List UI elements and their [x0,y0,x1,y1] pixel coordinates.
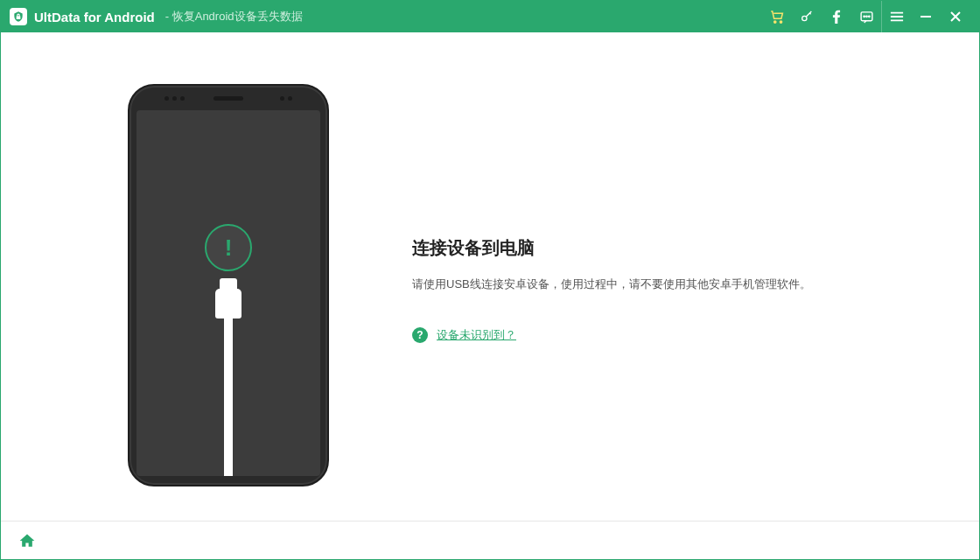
svg-point-4 [863,16,864,17]
svg-point-2 [802,16,807,20]
svg-point-1 [780,21,781,23]
phone-illustration: ! [128,84,329,486]
svg-point-5 [865,16,866,17]
app-title: UltData for Android [34,10,155,24]
home-button[interactable] [15,528,39,553]
minimize-button[interactable] [911,1,941,32]
home-icon [18,532,36,550]
phone-screen: ! [136,110,320,476]
usb-cable-icon [215,278,242,476]
app-window: UltData for Android - 恢复Android设备丢失数据 [0,0,980,560]
cart-button[interactable] [762,1,792,32]
feedback-button[interactable] [851,1,881,32]
device-illustration-column: ! [53,84,403,486]
footer [1,521,979,559]
instruction-heading: 连接设备到电脑 [412,236,927,260]
help-icon: ? [412,327,428,343]
minimize-icon [920,10,932,23]
key-icon [800,10,814,24]
menu-button[interactable] [881,1,911,32]
cart-icon [769,9,785,24]
facebook-icon [832,10,841,24]
instruction-column: 连接设备到电脑 请使用USB线连接安卓设备，使用过程中，请不要使用其他安卓手机管… [403,228,927,343]
svg-point-6 [868,16,869,17]
feedback-icon [859,10,874,24]
titlebar: UltData for Android - 恢复Android设备丢失数据 [1,1,979,32]
alert-symbol: ! [225,234,233,262]
key-button[interactable] [792,1,822,32]
logo-box: UltData for Android - 恢复Android设备丢失数据 [10,8,303,25]
facebook-button[interactable] [822,1,851,32]
titlebar-actions [762,1,970,32]
device-not-recognized-link[interactable]: 设备未识别到？ [437,327,516,343]
main-content: ! 连接设备到电脑 请使用USB线连接安卓设备，使用过程中，请不要使用其他安卓手… [1,32,979,521]
close-button[interactable] [941,1,970,32]
menu-icon [890,10,904,23]
instruction-description: 请使用USB线连接安卓设备，使用过程中，请不要使用其他安卓手机管理软件。 [412,276,927,294]
alert-circle-icon: ! [205,224,252,271]
app-logo-icon [10,8,27,25]
help-row: ? 设备未识别到？ [412,327,927,343]
svg-point-0 [774,21,776,23]
close-icon [949,10,962,23]
app-subtitle: - 恢复Android设备丢失数据 [165,9,303,24]
